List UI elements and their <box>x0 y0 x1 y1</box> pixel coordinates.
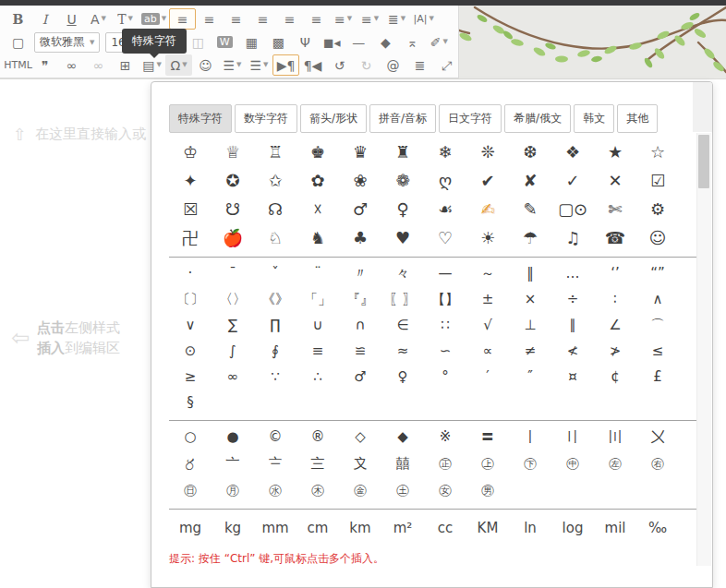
char-cell[interactable]: ㊚ <box>466 477 509 504</box>
char-cell[interactable]: ∧ <box>636 286 679 312</box>
font-family-select[interactable]: 微软雅黑▼ <box>34 32 100 53</box>
char-cell[interactable]: ㊤ <box>466 450 509 477</box>
align-center-button[interactable]: ≡ <box>196 8 223 30</box>
char-cell[interactable]: ⌒ <box>636 312 679 338</box>
char-cell[interactable]: ♀ <box>381 195 424 223</box>
horizontal-rule-button[interactable]: — <box>345 31 372 53</box>
char-cell[interactable]: ln <box>509 512 551 544</box>
char-cell[interactable]: ♂ <box>339 364 381 390</box>
char-cell[interactable]: ✪ <box>212 166 254 195</box>
panel-scrollbar-track[interactable] <box>696 133 711 566</box>
char-cell[interactable]: 々 <box>381 260 424 286</box>
char-cell[interactable]: 「」 <box>296 286 339 312</box>
char-cell[interactable]: ㊊ <box>212 477 254 504</box>
char-cell[interactable]: ☎ <box>594 223 636 252</box>
char-cell[interactable]: ○ <box>169 424 212 450</box>
char-cell[interactable]: ♫ <box>551 223 594 252</box>
char-cell[interactable]: 〤 <box>636 424 679 450</box>
unlink-button[interactable]: ∞ <box>85 54 112 76</box>
paste-button[interactable]: ◫ <box>185 31 212 53</box>
char-cell[interactable]: ′ <box>466 364 509 390</box>
list-indent-button[interactable]: ≣▼ <box>383 8 410 30</box>
char-cell[interactable]: ▢⊙ <box>551 195 594 223</box>
indent-button[interactable]: ≡ <box>303 8 330 30</box>
char-cell[interactable]: kg <box>212 512 254 544</box>
char-cell[interactable]: ㊎ <box>339 477 381 504</box>
char-cell[interactable]: ≌ <box>339 338 381 364</box>
char-cell[interactable]: ˉ <box>212 260 254 286</box>
char-cell[interactable]: km <box>339 512 381 544</box>
letter-spacing-button[interactable]: |A|▼ <box>410 8 437 30</box>
char-cell[interactable]: ≯ <box>594 338 636 364</box>
char-cell[interactable]: ¤ <box>551 364 594 390</box>
ordered-list-button[interactable]: ☰▼ <box>246 54 272 76</box>
char-cell[interactable]: § <box>169 390 212 415</box>
text-style-button[interactable]: T▼ <box>112 8 139 30</box>
char-cell[interactable]: ❀ <box>339 166 381 195</box>
char-cell[interactable]: ㊣ <box>424 450 466 477</box>
new-document-button[interactable]: ▢ <box>5 31 31 53</box>
char-cell[interactable]: ♂ <box>339 195 381 223</box>
tab-希腊/俄文[interactable]: 希腊/俄文 <box>504 104 571 133</box>
char-cell[interactable]: 〦 <box>212 450 254 477</box>
microphone-button[interactable]: Ψ <box>292 31 319 53</box>
char-cell[interactable]: “” <box>636 260 679 286</box>
char-cell[interactable]: ✔ <box>466 166 509 195</box>
char-cell[interactable]: ☙ <box>424 195 466 223</box>
char-cell[interactable]: ¢ <box>594 364 636 390</box>
char-cell[interactable]: ® <box>296 424 339 450</box>
char-cell[interactable]: 〥 <box>169 450 212 477</box>
expand-button[interactable]: ⤢ <box>433 54 460 76</box>
special-char-button[interactable]: Ω▼ <box>165 54 192 76</box>
char-cell[interactable]: 〈〉 <box>212 286 254 312</box>
char-cell[interactable]: ㊧ <box>594 450 636 477</box>
char-cell[interactable]: ÷ <box>551 286 594 312</box>
char-cell[interactable]: ⚙ <box>636 195 679 223</box>
char-cell[interactable]: ∑ <box>212 312 254 338</box>
char-cell[interactable]: 卍 <box>169 223 212 252</box>
char-cell[interactable]: ㊏ <box>381 477 424 504</box>
magic-wand-button[interactable]: ✐▼ <box>426 31 453 53</box>
char-cell[interactable]: ♣ <box>339 223 381 252</box>
char-cell[interactable]: ☑ <box>636 166 679 195</box>
char-cell[interactable]: ♀ <box>381 364 424 390</box>
char-cell[interactable]: 囍 <box>381 450 424 477</box>
char-cell[interactable]: ◇ <box>339 424 381 450</box>
char-cell[interactable]: 〢 <box>551 424 594 450</box>
char-cell[interactable]: ≤ <box>636 338 679 364</box>
char-cell[interactable]: ✿ <box>296 166 339 195</box>
char-cell[interactable]: ∶ <box>594 286 636 312</box>
tab-箭头/形状[interactable]: 箭头/形状 <box>300 104 367 133</box>
align-right-button[interactable]: ≡ <box>223 8 249 30</box>
insert-image-button[interactable]: ▦ <box>238 31 265 53</box>
char-cell[interactable]: 〨 <box>296 450 339 477</box>
char-cell[interactable]: £ <box>636 364 679 390</box>
char-cell[interactable]: ≮ <box>551 338 594 364</box>
char-cell[interactable]: ∞ <box>212 364 254 390</box>
char-cell[interactable]: 🍎 <box>212 223 254 252</box>
char-cell[interactable]: © <box>254 424 296 450</box>
char-cell[interactable]: ✩ <box>254 166 296 195</box>
emoji-button[interactable]: ☺ <box>192 54 219 76</box>
char-cell[interactable]: ㊍ <box>296 477 339 504</box>
char-cell[interactable]: ❆ <box>509 138 551 166</box>
char-cell[interactable]: ∏ <box>254 312 296 338</box>
char-cell[interactable]: ☂ <box>509 223 551 252</box>
char-cell[interactable]: ☋ <box>212 195 254 223</box>
rtl-paragraph-button[interactable]: ¶◀ <box>299 54 326 76</box>
mention-button[interactable]: @ <box>380 54 406 76</box>
char-cell[interactable]: ∫ <box>212 338 254 364</box>
char-cell[interactable]: ♕ <box>212 138 254 166</box>
word-import-button[interactable]: W <box>212 31 238 53</box>
char-cell[interactable]: 《》 <box>254 286 296 312</box>
char-cell[interactable]: × <box>509 286 551 312</box>
char-cell[interactable]: ≠ <box>509 338 551 364</box>
char-cell[interactable]: ㊛ <box>424 477 466 504</box>
char-cell[interactable]: 〓 <box>466 424 509 450</box>
char-cell[interactable]: ♞ <box>296 223 339 252</box>
char-cell[interactable]: ❁ <box>381 166 424 195</box>
char-cell[interactable]: ღ <box>424 166 466 195</box>
tab-数学字符[interactable]: 数学字符 <box>235 104 297 133</box>
char-cell[interactable]: cm <box>296 512 339 544</box>
char-cell[interactable]: ♔ <box>169 138 212 166</box>
